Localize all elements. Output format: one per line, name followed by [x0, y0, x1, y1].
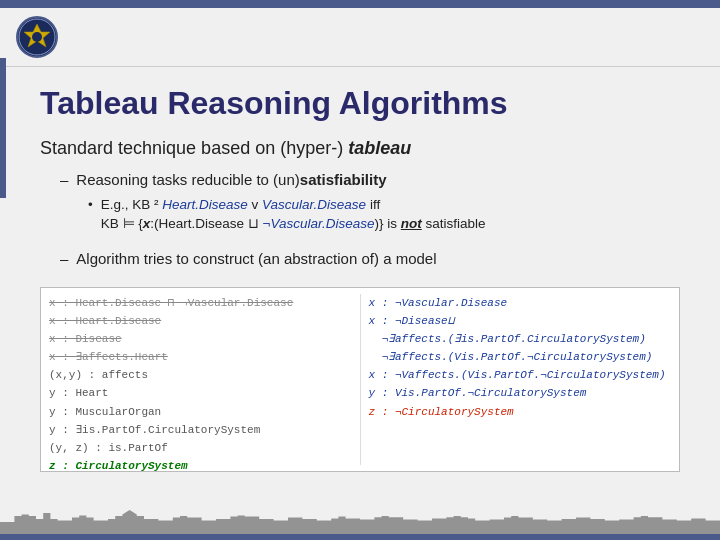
- slide: Tableau Reasoning Algorithms Standard te…: [0, 0, 720, 540]
- diag-left-row-9: z : CirculatorySystem: [49, 457, 352, 475]
- diag-left-row-0: x : Heart.Disease ⊓ ¬Vascular.Disease: [49, 294, 352, 312]
- diag-left-row-7: y : ∃is.PartOf.CirculatorySystem: [49, 421, 352, 439]
- bullet-item-1: – Reasoning tasks reducible to (un)satis…: [60, 169, 680, 190]
- diag-right-row-1: x : ¬Disease⊔: [369, 312, 672, 330]
- diag-right-row-2: ¬∃affects.(∃is.PartOf.CirculatorySystem): [369, 330, 672, 348]
- subbullet-prefix: E.g., KB ²: [101, 197, 163, 212]
- diagram-area: x : Heart.Disease ⊓ ¬Vascular.Disease x …: [40, 287, 680, 472]
- diag-left-row-4: (x,y) : affects: [49, 366, 352, 384]
- bullet1-text: Reasoning tasks reducible to (un): [76, 171, 299, 188]
- subbullet-v: v: [248, 197, 262, 212]
- diag-right-row-3: ¬∃affects.(Vis.PartOf.¬CirculatorySystem…: [369, 348, 672, 366]
- header-area: [0, 8, 720, 67]
- diag-left-row-5: y : Heart: [49, 384, 352, 402]
- bullet-section-1: – Reasoning tasks reducible to (un)satis…: [60, 169, 680, 240]
- diag-left-row-2: x : Disease: [49, 330, 352, 348]
- subbullet-vd: Vascular.Disease: [262, 197, 366, 212]
- subbullet-line2-prefix: KB: [101, 216, 123, 231]
- bullet1-content: Reasoning tasks reducible to (un)satisfi…: [76, 169, 386, 190]
- bullet-item-2: – Algorithm tries to construct (an abstr…: [60, 248, 680, 269]
- subbullet-hd: Heart.Disease: [162, 197, 248, 212]
- diagram-right: x : ¬Vascular.Disease x : ¬Disease⊔ ¬∃af…: [361, 294, 672, 465]
- diag-right-row-5: y : Vis.PartOf.¬CirculatorySystem: [369, 384, 672, 402]
- bullet-section-2: – Algorithm tries to construct (an abstr…: [60, 248, 680, 275]
- not-label: not: [401, 216, 422, 231]
- bottom-bar: [0, 534, 720, 540]
- bullet2-text: Algorithm tries to construct (an abstrac…: [76, 248, 436, 269]
- dash-2: –: [60, 248, 68, 269]
- main-content: Tableau Reasoning Algorithms Standard te…: [0, 67, 720, 540]
- diagram-left: x : Heart.Disease ⊓ ¬Vascular.Disease x …: [49, 294, 361, 465]
- bullet1-bold: satisfiability: [300, 171, 387, 188]
- diag-left-row-8: (y, z) : is.PartOf: [49, 439, 352, 457]
- subtitle-tableau: tableau: [348, 138, 411, 158]
- sub-bullet-1: • E.g., KB ² Heart.Disease v Vascular.Di…: [88, 196, 680, 234]
- diag-right-row-6: z : ¬CirculatorySystem: [369, 403, 672, 421]
- subbullet-content: E.g., KB ² Heart.Disease v Vascular.Dise…: [101, 196, 486, 234]
- subbullet-iff: iff: [366, 197, 380, 212]
- subtitle-prefix: Standard technique based on (hyper-): [40, 138, 348, 158]
- neg-vd: ¬Vascular.Disease: [263, 216, 375, 231]
- top-bar: [0, 0, 720, 8]
- slide-title: Tableau Reasoning Algorithms: [40, 85, 680, 122]
- diag-right-row-4: x : ¬Vaffects.(Vis.PartOf.¬CirculatorySy…: [369, 366, 672, 384]
- diag-left-row-1: x : Heart.Disease: [49, 312, 352, 330]
- dash-1: –: [60, 169, 68, 190]
- diag-right-row-0: x : ¬Vascular.Disease: [369, 294, 672, 312]
- dot-1: •: [88, 196, 93, 215]
- subbullet-x: x: [143, 216, 151, 231]
- university-logo: [16, 16, 58, 58]
- svg-point-2: [32, 32, 42, 42]
- diag-left-row-3: x : ∃affects.Heart: [49, 348, 352, 366]
- subtitle: Standard technique based on (hyper-) tab…: [40, 138, 680, 159]
- diag-left-row-6: y : MuscularOrgan: [49, 403, 352, 421]
- left-accent: [0, 58, 6, 198]
